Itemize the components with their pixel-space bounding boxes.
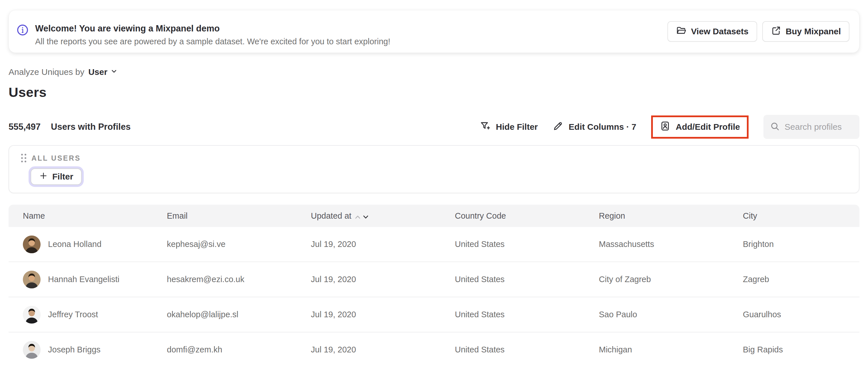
users-page: Welcome! You are viewing a Mixpanel demo… <box>0 10 868 367</box>
user-name: Leona Holland <box>48 240 101 249</box>
search-icon <box>770 121 780 133</box>
user-email: kephesaj@si.ve <box>167 240 311 249</box>
analyze-by-selector[interactable]: User <box>88 67 118 77</box>
column-header-name[interactable]: Name <box>23 211 167 221</box>
table-row[interactable]: Leona Holland kephesaj@si.ve Jul 19, 202… <box>8 227 860 262</box>
search-profiles-input[interactable] <box>784 122 853 132</box>
user-region: Michigan <box>599 345 743 355</box>
welcome-banner: Welcome! You are viewing a Mixpanel demo… <box>8 10 860 53</box>
column-header-city[interactable]: City <box>743 211 860 221</box>
view-datasets-label: View Datasets <box>691 27 748 36</box>
avatar <box>23 306 40 324</box>
add-edit-profile-highlight: Add/Edit Profile <box>651 116 749 139</box>
user-city: Brighton <box>743 240 860 249</box>
user-updated-at: Jul 19, 2020 <box>311 240 455 249</box>
funnel-plus-icon <box>480 121 491 133</box>
chevron-down-icon <box>110 67 118 77</box>
user-city: Big Rapids <box>743 345 860 355</box>
profile-count: 555,497 <box>8 122 40 132</box>
buy-mixpanel-button[interactable]: Buy Mixpanel <box>762 21 849 42</box>
table-row[interactable]: Jeffrey Troost okahelop@lalijpe.sl Jul 1… <box>8 297 860 332</box>
user-country-code: United States <box>455 240 599 249</box>
profiles-table: Name Email Updated at Country Code Regio… <box>8 205 860 367</box>
analyze-by-value: User <box>88 67 107 77</box>
column-header-updated-at[interactable]: Updated at <box>311 211 455 221</box>
add-edit-profile-button[interactable]: Add/Edit Profile <box>660 121 740 133</box>
sort-icon <box>355 212 369 221</box>
hide-filter-button[interactable]: Hide Filter <box>480 121 538 133</box>
column-header-region[interactable]: Region <box>599 211 743 221</box>
avatar <box>23 236 40 253</box>
filter-button-focus-ring: Filter <box>29 166 84 187</box>
info-icon <box>16 24 29 37</box>
user-email: domfi@zem.kh <box>167 345 311 355</box>
column-header-email[interactable]: Email <box>167 211 311 221</box>
user-region: Massachusetts <box>599 240 743 249</box>
filter-card: ALL USERS Filter <box>8 145 860 193</box>
table-row[interactable]: Joseph Briggs domfi@zem.kh Jul 19, 2020 … <box>8 332 860 367</box>
analyze-row: Analyze Uniques by User <box>8 67 860 77</box>
banner-subtitle: All the reports you see are powered by a… <box>35 36 390 47</box>
user-region: City of Zagreb <box>599 275 743 284</box>
user-city: Zagreb <box>743 275 860 284</box>
pencil-icon <box>553 121 563 133</box>
table-header-row: Name Email Updated at Country Code Regio… <box>8 205 860 227</box>
page-title: Users <box>8 84 860 100</box>
column-header-country-code[interactable]: Country Code <box>455 211 599 221</box>
external-link-icon <box>771 25 781 38</box>
view-datasets-button[interactable]: View Datasets <box>668 21 757 42</box>
user-region: Sao Paulo <box>599 310 743 319</box>
hide-filter-label: Hide Filter <box>496 122 538 132</box>
add-filter-button[interactable]: Filter <box>31 169 82 185</box>
add-edit-profile-label: Add/Edit Profile <box>676 122 740 132</box>
table-row[interactable]: Hannah Evangelisti hesakrem@ezi.co.uk Ju… <box>8 262 860 297</box>
user-name: Hannah Evangelisti <box>48 275 119 284</box>
user-country-code: United States <box>455 345 599 355</box>
edit-columns-label: Edit Columns · 7 <box>568 122 636 132</box>
edit-columns-button[interactable]: Edit Columns · 7 <box>553 121 636 133</box>
avatar <box>23 341 40 359</box>
id-badge-person-icon <box>660 121 671 133</box>
drag-handle-icon[interactable] <box>21 154 26 162</box>
profile-count-label: Users with Profiles <box>51 122 131 132</box>
user-city: Guarulhos <box>743 310 860 319</box>
user-email: okahelop@lalijpe.sl <box>167 310 311 319</box>
user-name: Jeffrey Troost <box>48 310 98 319</box>
search-profiles-box <box>764 115 860 139</box>
analyze-uniques-label: Analyze Uniques by <box>8 67 84 77</box>
banner-title: Welcome! You are viewing a Mixpanel demo <box>35 23 390 35</box>
user-updated-at: Jul 19, 2020 <box>311 345 455 355</box>
user-updated-at: Jul 19, 2020 <box>311 310 455 319</box>
plus-icon <box>39 172 48 182</box>
user-email: hesakrem@ezi.co.uk <box>167 275 311 284</box>
user-country-code: United States <box>455 275 599 284</box>
user-name: Joseph Briggs <box>48 345 100 355</box>
avatar <box>23 271 40 288</box>
folder-icon <box>676 25 686 38</box>
user-country-code: United States <box>455 310 599 319</box>
stats-toolbar: 555,497 Users with Profiles Hide Filter <box>8 113 860 141</box>
buy-mixpanel-label: Buy Mixpanel <box>786 27 841 36</box>
scope-label: ALL USERS <box>31 154 81 162</box>
user-updated-at: Jul 19, 2020 <box>311 275 455 284</box>
add-filter-label: Filter <box>52 172 73 182</box>
